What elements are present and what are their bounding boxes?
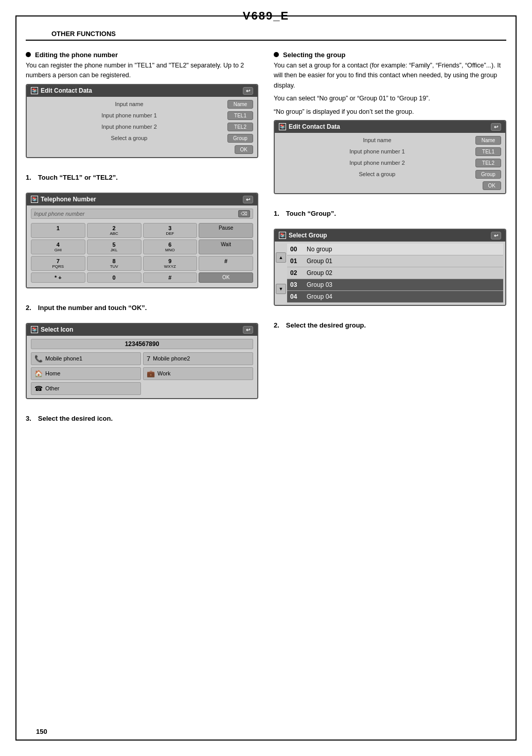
group-title-left: 📚 Select Group	[279, 232, 327, 239]
tel1-btn[interactable]: TEL1	[227, 111, 253, 120]
key-8[interactable]: 8TUV	[87, 256, 141, 271]
edit-contact-body-2: Input name Name Input phone number 1 TEL…	[275, 133, 505, 193]
group-btn[interactable]: Group	[227, 134, 253, 143]
work-icon: 💼	[147, 370, 155, 377]
title-left-2: 📚 Edit Contact Data	[279, 123, 340, 130]
step3-left: 3. Select the desired icon.	[26, 415, 258, 422]
edit-contact-screen-1: 📚 Edit Contact Data ↩ Input name Name In…	[26, 84, 258, 158]
tel2-btn[interactable]: TEL2	[227, 123, 253, 131]
page-border-right	[516, 15, 517, 741]
left-column: Editing the phone number You can registe…	[26, 51, 258, 425]
group-scroll-area: ▲ ▼ 00 No group 01 Group 01 02	[275, 242, 505, 305]
edit-phone-section: Editing the phone number You can registe…	[26, 51, 258, 161]
wait-btn[interactable]: Wait	[199, 239, 253, 254]
name-btn-2[interactable]: Name	[475, 136, 501, 145]
no-group-note: “No group” is displayed if you don’t set…	[274, 107, 506, 117]
book-icon-tel: 📚	[31, 196, 38, 203]
book-icon-2: 📚	[279, 123, 286, 130]
back-button-1[interactable]: ↩	[243, 87, 253, 95]
ok-btn-1[interactable]: OK	[235, 145, 253, 154]
tel-number-screen: 📚 Telephone Number ↩ Input phone number …	[26, 193, 258, 288]
right-column: Selecting the group You can set a group …	[274, 51, 506, 425]
home-icon: 🏠	[34, 370, 43, 377]
icon-home[interactable]: 🏠 Home	[31, 367, 141, 380]
keypad-ok-btn[interactable]: OK	[199, 272, 253, 283]
group-btn-2[interactable]: Group	[475, 170, 501, 179]
icon-number: 1234567890	[31, 339, 253, 349]
back-button-group[interactable]: ↩	[491, 232, 501, 239]
edit-row-tel2: Input phone number 2 TEL2	[31, 123, 253, 131]
key-1[interactable]: 1	[31, 223, 85, 238]
key-7[interactable]: 7PQRS	[31, 256, 85, 271]
key-9[interactable]: 9WXYZ	[143, 256, 198, 271]
scroll-buttons: ▲ ▼	[275, 242, 287, 305]
edit-contact-title-bar-2: 📚 Edit Contact Data ↩	[275, 121, 505, 133]
page-title: V689_E	[0, 0, 532, 28]
group-row-01[interactable]: 01 Group 01	[287, 255, 503, 267]
group-list: 00 No group 01 Group 01 02 Group 02 03	[287, 242, 505, 305]
icon-other[interactable]: ☎ Other	[31, 382, 141, 395]
tel-screen-body: Input phone number ⌫ 1 2ABC 3DEF Pause 4…	[27, 205, 257, 287]
page-number: 150	[36, 728, 47, 735]
tel-title-left: 📚 Telephone Number	[31, 196, 96, 203]
select-group-section: Selecting the group You can set a group …	[274, 51, 506, 197]
tel-input-row: Input phone number ⌫	[31, 209, 253, 219]
step2-right: 2. Select the desired group.	[274, 321, 506, 329]
page-border-bottom	[15, 740, 517, 741]
group-row-00[interactable]: 00 No group	[287, 244, 503, 255]
scroll-up-btn[interactable]: ▲	[276, 252, 286, 263]
icon-title-left: 📚 Select Icon	[31, 326, 73, 333]
edit-contact-screen-2: 📚 Edit Contact Data ↩ Input name Name In…	[274, 120, 506, 194]
tel-title-bar: 📚 Telephone Number ↩	[27, 194, 257, 205]
delete-btn[interactable]: ⌫	[238, 210, 250, 217]
step2-left: 2. Input the number and touch “OK”.	[26, 304, 258, 312]
icon-work[interactable]: 💼 Work	[143, 367, 253, 380]
keypad-grid: 1 2ABC 3DEF Pause 4GHI 5JKL 6MNO Wait 7P…	[31, 223, 253, 283]
key-hash-r3[interactable]: #	[199, 256, 253, 271]
edit-row-group: Select a group Group	[31, 134, 253, 143]
group-title-bar: 📚 Select Group ↩	[275, 230, 505, 242]
title-left: 📚 Edit Contact Data	[31, 87, 92, 94]
step1-right: 1. Touch “Group”.	[274, 210, 506, 217]
icon-mobile1[interactable]: 📞 Mobile phone1	[31, 352, 141, 365]
select-group-heading: Selecting the group	[274, 51, 506, 59]
edit-contact-body-1: Input name Name Input phone number 1 TEL…	[27, 97, 257, 157]
select-icon-screen: 📚 Select Icon ↩ 1234567890 📞 Mobile phon…	[26, 323, 258, 399]
tel1-btn-2[interactable]: TEL1	[475, 147, 501, 156]
group-row-04[interactable]: 04 Group 04	[287, 291, 503, 303]
key-star[interactable]: * +	[31, 272, 85, 283]
tel2-btn-2[interactable]: TEL2	[475, 159, 501, 167]
edit-phone-heading: Editing the phone number	[26, 51, 258, 59]
book-icon: 📚	[31, 87, 38, 94]
bullet-dot-right	[274, 52, 279, 57]
ok-btn-row-2: OK	[279, 181, 501, 190]
edit-contact-title-bar: 📚 Edit Contact Data ↩	[27, 85, 257, 97]
pause-btn[interactable]: Pause	[199, 223, 253, 238]
key-0[interactable]: 0	[87, 272, 141, 283]
edit-row-name: Input name Name	[31, 100, 253, 109]
page-border-top	[15, 15, 517, 16]
group-row-03[interactable]: 03 Group 03	[287, 279, 503, 291]
other-icon: ☎	[34, 385, 43, 392]
key-hash[interactable]: #	[143, 272, 198, 283]
back-button-2[interactable]: ↩	[491, 123, 501, 131]
scroll-down-btn[interactable]: ▼	[276, 284, 286, 294]
name-btn[interactable]: Name	[227, 100, 253, 109]
key-3[interactable]: 3DEF	[143, 223, 198, 238]
select-group-screen: 📚 Select Group ↩ ▲ ▼ 00 No group	[274, 229, 506, 306]
back-button-icon[interactable]: ↩	[243, 326, 253, 334]
key-6[interactable]: 6MNO	[143, 239, 198, 254]
back-button-tel[interactable]: ↩	[243, 196, 253, 203]
ok-btn-2[interactable]: OK	[483, 181, 501, 190]
mobile2-icon: 7	[147, 355, 150, 363]
key-2[interactable]: 2ABC	[87, 223, 141, 238]
icon-mobile2[interactable]: 7 Mobile phone2	[143, 352, 253, 365]
key-4[interactable]: 4GHI	[31, 239, 85, 254]
edit-row-tel2-2: Input phone number 2 TEL2	[279, 159, 501, 167]
edit-phone-body: You can register the phone number in "TE…	[26, 61, 258, 81]
icon-grid: 📞 Mobile phone1 7 Mobile phone2 🏠 Home 💼…	[31, 352, 253, 395]
group-row-02[interactable]: 02 Group 02	[287, 267, 503, 279]
key-5[interactable]: 5JKL	[87, 239, 141, 254]
mobile1-icon: 📞	[34, 355, 43, 363]
icon-screen-body: 1234567890 📞 Mobile phone1 7 Mobile phon…	[27, 336, 257, 398]
